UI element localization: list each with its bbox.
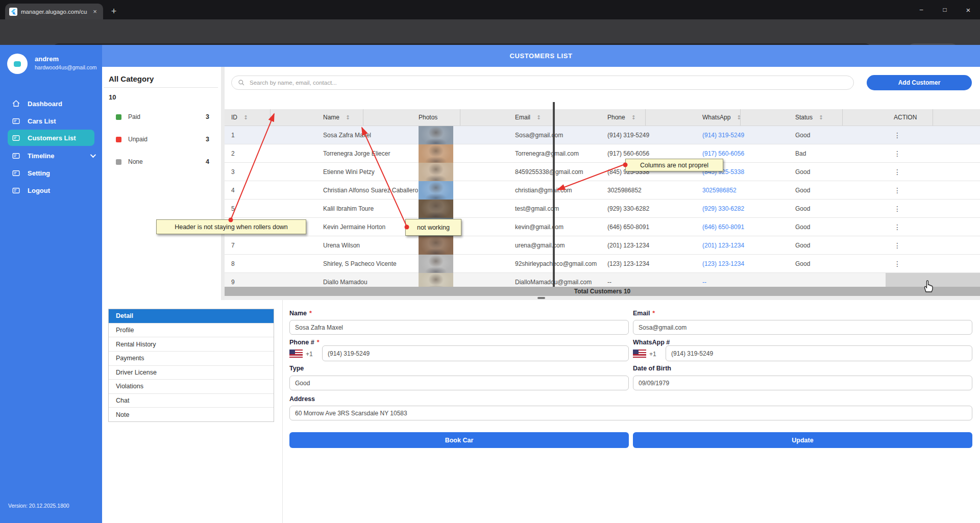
cell-whatsapp-link[interactable]: (201) 123-1234 — [646, 236, 741, 254]
annotation-callout: Header is not staying when rollers down — [156, 219, 306, 234]
sidebar-nav-item[interactable]: Cars List — [0, 112, 102, 130]
scrollbar-thumb[interactable] — [537, 297, 545, 299]
cell-status: Good — [741, 126, 843, 144]
cell-whatsapp-link[interactable]: (123) 123-1234 — [646, 255, 741, 272]
table-row[interactable]: 4 Christian Alfonso Suarez Caballero chr… — [225, 181, 980, 200]
address-field[interactable] — [289, 406, 972, 420]
us-flag-icon[interactable] — [633, 350, 646, 358]
cell-name: Etienne Wini Petzy — [271, 163, 363, 181]
detail-tab[interactable]: Chat — [109, 393, 274, 408]
row-actions-menu-icon[interactable]: ⋮ — [843, 218, 933, 236]
sort-icon[interactable]: ↕ — [536, 114, 541, 121]
detail-tab[interactable]: Note — [109, 407, 274, 421]
annotation-callout: not working — [405, 219, 461, 236]
table-footer: Total Customers 10 — [225, 287, 980, 296]
avatar[interactable] — [7, 54, 28, 74]
sort-icon[interactable]: ↕ — [631, 114, 636, 121]
phone-field[interactable] — [322, 345, 629, 361]
customer-photo[interactable] — [419, 181, 453, 200]
close-button[interactable]: × — [957, 0, 980, 19]
detail-tab[interactable]: Rental History — [109, 337, 274, 351]
detail-tab[interactable]: Driver License — [109, 365, 274, 380]
customer-photo[interactable] — [419, 236, 453, 255]
new-tab-button[interactable]: + — [107, 5, 120, 18]
table-row[interactable]: 8 Shirley, S Pacheco Vicente 92shirleypa… — [225, 255, 980, 273]
category-row[interactable]: None 4 — [116, 158, 209, 166]
sidebar-nav-item[interactable]: Timeline — [0, 147, 102, 164]
customer-photo[interactable] — [419, 273, 453, 287]
category-row[interactable]: Unpaid 3 — [116, 135, 209, 143]
cell-whatsapp-link[interactable]: (914) 319-5249 — [646, 126, 741, 144]
row-actions-menu-icon[interactable]: ⋮ — [843, 273, 933, 287]
email-field[interactable] — [633, 320, 972, 335]
minimize-button[interactable]: – — [910, 0, 933, 19]
table-row[interactable]: 1 Sosa Zafra Maxel Sosa@gmail.com (914) … — [225, 126, 980, 144]
category-label: Unpaid — [128, 136, 199, 143]
nav-item-label: Logout — [28, 187, 50, 194]
search-box — [231, 76, 854, 90]
browser-tab[interactable]: manager.alugago.com/custome × — [5, 4, 103, 19]
tab-close-icon[interactable]: × — [91, 8, 99, 15]
table-row[interactable]: 5 Kalil Ibrahim Toure test@gmail.com (92… — [225, 200, 980, 218]
sidebar-nav-item[interactable]: Customers List — [8, 130, 94, 146]
type-field[interactable] — [289, 376, 629, 390]
detail-tab[interactable]: Profile — [109, 323, 274, 337]
maximize-button[interactable]: □ — [933, 0, 957, 19]
row-actions-menu-icon[interactable]: ⋮ — [843, 255, 933, 272]
column-header[interactable]: Name ↕ — [271, 109, 363, 126]
column-header[interactable]: Phone ↕ — [554, 109, 646, 126]
table-row[interactable]: 3 Etienne Wini Petzy 8459255338@gmail.co… — [225, 163, 980, 181]
row-actions-menu-icon[interactable]: ⋮ — [843, 181, 933, 199]
horizontal-scrollbar[interactable] — [225, 296, 980, 300]
sidebar-nav-item[interactable]: Dashboard — [0, 95, 102, 112]
detail-tab[interactable]: Payments — [109, 351, 274, 365]
row-actions-menu-icon[interactable]: ⋮ — [843, 163, 933, 181]
sidebar-nav-item[interactable]: Logout — [0, 182, 102, 199]
column-header[interactable]: ACTION ↕ — [843, 109, 933, 126]
customer-photo[interactable] — [419, 144, 453, 163]
detail-tab[interactable]: Detail — [109, 309, 274, 323]
browser-toolbar: manager.alugago.com/customers/list Incog… — [0, 19, 980, 45]
customer-photo[interactable] — [419, 200, 453, 218]
row-actions-menu-icon[interactable]: ⋮ — [843, 200, 933, 217]
detail-tab[interactable]: Violations — [109, 379, 274, 393]
table-row[interactable]: 7 Urena Wilson urena@gmail.com (201) 123… — [225, 236, 980, 255]
row-actions-menu-icon[interactable]: ⋮ — [843, 126, 933, 144]
cell-whatsapp-link[interactable]: (646) 650-8091 — [646, 218, 741, 236]
table-row[interactable]: 6 Kevin Jermaine Horton kevin@gmail.com … — [225, 218, 980, 236]
row-actions-menu-icon[interactable]: ⋮ — [843, 144, 933, 162]
customer-photo[interactable] — [419, 255, 453, 273]
cell-whatsapp-link[interactable]: 3025986852 — [646, 181, 741, 199]
cell-email: Sosa@gmail.com — [460, 126, 554, 144]
row-actions-menu-icon[interactable]: ⋮ — [843, 236, 933, 254]
customer-photo[interactable] — [419, 126, 453, 144]
cell-whatsapp-link[interactable]: (929) 330-6282 — [646, 200, 741, 217]
sidebar-nav-item[interactable]: Setting — [0, 164, 102, 182]
whatsapp-field[interactable] — [666, 345, 972, 361]
cell-id: 8 — [225, 255, 271, 272]
sort-icon[interactable]: ↕ — [346, 114, 350, 121]
column-header[interactable]: ID ↕ — [225, 109, 271, 126]
sidebar: andrem hardwood4us@gmail.com Dashboard C… — [0, 45, 102, 523]
book-car-button[interactable]: Book Car — [289, 432, 629, 448]
nav-item-icon — [11, 168, 21, 178]
column-header[interactable]: Photos ↕ — [363, 109, 460, 126]
table-row[interactable]: 2 Torrenegra Jorge Eliecer Torrenegra@gm… — [225, 144, 980, 163]
sort-icon[interactable]: ↕ — [243, 114, 248, 121]
update-button[interactable]: Update — [633, 432, 972, 448]
cell-whatsapp-link[interactable]: -- — [646, 273, 741, 287]
customer-photo[interactable] — [419, 163, 453, 181]
column-header[interactable]: WhatsApp ↕ — [646, 109, 741, 126]
browser-tab-strip: manager.alugago.com/custome × + – □ × — [0, 0, 980, 19]
table-row[interactable]: 9 Diallo Mamadou DialloMamadou@gmail.com… — [225, 273, 980, 287]
cell-email: test@gmail.com — [460, 200, 554, 217]
name-field[interactable] — [289, 320, 629, 335]
column-header[interactable]: Status ↕ — [741, 109, 843, 126]
search-input[interactable] — [250, 80, 847, 86]
add-customer-button[interactable]: Add Customer — [867, 75, 972, 90]
sort-icon[interactable]: ↕ — [819, 114, 823, 121]
us-flag-icon[interactable] — [289, 350, 303, 358]
dob-field[interactable] — [633, 376, 972, 390]
category-row[interactable]: Paid 3 — [116, 113, 209, 121]
column-header[interactable]: Email ↕ — [460, 109, 554, 126]
